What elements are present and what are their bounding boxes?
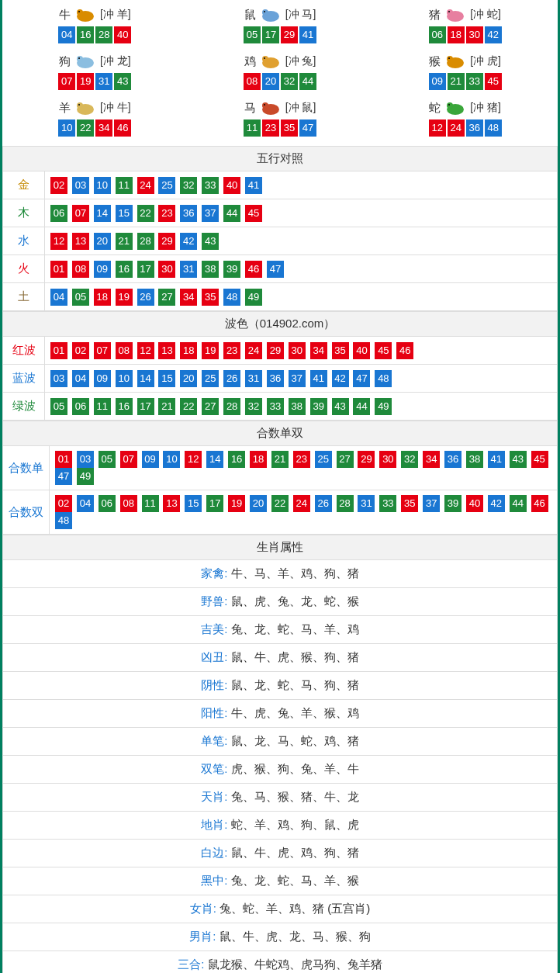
row-balls: 03 04 09 10 14 15 20 25 26 31 36 37 41 4… <box>45 365 558 393</box>
number-ball: 03 <box>77 451 94 468</box>
number-ball: 46 <box>114 119 131 137</box>
zodiac-name: 猴 <box>429 54 441 69</box>
number-ball: 48 <box>485 119 502 137</box>
table-row: 木06 07 14 15 22 23 36 37 44 45 <box>3 199 558 227</box>
number-ball: 05 <box>244 26 261 43</box>
svg-point-23 <box>264 104 265 106</box>
number-ball: 35 <box>202 289 219 306</box>
number-ball: 24 <box>137 177 154 194</box>
number-ball: 42 <box>488 495 505 512</box>
number-ball: 24 <box>448 119 465 137</box>
wuxing-header: 五行对照 <box>3 147 558 171</box>
number-ball: 29 <box>158 233 175 250</box>
number-ball: 46 <box>531 495 548 512</box>
attr-row: 白边: 鼠、牛、虎、鸡、狗、猪 <box>3 840 558 867</box>
number-ball: 36 <box>444 451 461 468</box>
number-ball: 20 <box>250 495 267 512</box>
number-ball: 31 <box>358 495 375 512</box>
zodiac-clash: [冲 兔] <box>285 54 316 68</box>
number-ball: 41 <box>488 451 505 468</box>
number-ball: 24 <box>293 495 310 512</box>
number-ball: 28 <box>95 26 112 43</box>
number-ball: 41 <box>299 26 316 43</box>
svg-point-1 <box>77 9 83 16</box>
row-balls: 01 02 07 08 12 13 18 19 23 24 29 30 34 3… <box>45 337 558 365</box>
number-ball: 06 <box>429 26 446 43</box>
number-ball: 22 <box>271 495 289 512</box>
number-ball: 39 <box>310 398 327 415</box>
number-ball: 13 <box>72 233 89 250</box>
attr-label: 家禽: <box>201 566 227 580</box>
number-ball: 25 <box>202 370 219 387</box>
number-ball: 29 <box>358 451 375 468</box>
number-ball: 19 <box>228 495 245 512</box>
number-ball: 09 <box>94 261 111 278</box>
attr-cell: 野兽: 鼠、虎、兔、龙、蛇、猴 <box>3 588 558 616</box>
heshu-header: 合数单双 <box>3 421 558 446</box>
svg-point-8 <box>448 11 450 12</box>
number-ball: 36 <box>466 119 483 137</box>
bose-header: 波色（014902.com） <box>3 312 558 337</box>
zodiac-name: 马 <box>244 101 256 116</box>
attrs-table: 生肖属性 家禽: 牛、马、羊、鸡、狗、猪野兽: 鼠、虎、兔、龙、蛇、猴吉美: 兔… <box>2 535 558 973</box>
attr-row: 野兽: 鼠、虎、兔、龙、蛇、猴 <box>3 588 558 616</box>
number-ball: 42 <box>180 233 197 250</box>
number-ball: 26 <box>137 289 154 306</box>
zodiac-head: 蛇[冲 猪] <box>429 99 501 116</box>
number-ball: 27 <box>158 289 175 306</box>
row-label: 火 <box>3 255 45 283</box>
number-ball: 32 <box>245 398 262 415</box>
number-ball: 34 <box>423 451 440 468</box>
svg-point-26 <box>448 104 450 106</box>
number-ball: 48 <box>55 512 72 529</box>
attr-value: 兔、龙、蛇、马、羊、鸡 <box>231 622 359 635</box>
number-ball: 08 <box>244 73 261 90</box>
svg-point-5 <box>264 11 265 12</box>
row-balls: 06 07 14 15 22 23 36 37 44 45 <box>45 199 558 227</box>
number-ball: 10 <box>163 451 180 468</box>
table-row: 水12 13 20 21 28 29 42 43 <box>3 227 558 255</box>
attr-row: 三合: 鼠龙猴、牛蛇鸡、虎马狗、兔羊猪 <box>3 951 558 974</box>
number-ball: 04 <box>50 289 67 306</box>
zodiac-cell: 蛇[冲 猪]12243648 <box>372 96 558 143</box>
number-ball: 10 <box>58 119 75 137</box>
number-ball: 07 <box>72 205 89 222</box>
number-ball: 18 <box>94 289 111 306</box>
zodiac-cell: 羊[冲 牛]10223446 <box>2 96 188 143</box>
number-ball: 39 <box>444 495 461 512</box>
number-ball: 33 <box>267 398 284 415</box>
wuxing-table: 五行对照 金02 03 10 11 24 25 32 33 40 41木06 0… <box>2 146 558 311</box>
number-ball: 23 <box>293 451 310 468</box>
attr-row: 凶丑: 鼠、牛、虎、猴、狗、猪 <box>3 644 558 672</box>
number-ball: 04 <box>77 495 94 512</box>
zodiac-head: 鼠[冲 马] <box>244 6 316 23</box>
zodiac-head: 牛[冲 羊] <box>59 6 131 23</box>
number-ball: 08 <box>72 261 89 278</box>
row-label: 合数单 <box>3 446 50 490</box>
table-row: 合数单01 03 05 07 09 10 12 14 16 18 21 23 2… <box>3 446 558 490</box>
attr-cell: 三合: 鼠龙猴、牛蛇鸡、虎马狗、兔羊猪 <box>3 951 558 974</box>
number-ball: 40 <box>353 342 370 359</box>
zodiac-head: 马[冲 鼠] <box>244 99 316 116</box>
svg-point-16 <box>447 56 453 62</box>
row-label: 水 <box>3 227 45 255</box>
number-ball: 36 <box>267 370 284 387</box>
attr-cell: 单笔: 鼠、龙、马、蛇、鸡、猪 <box>3 728 558 756</box>
table-row: 金02 03 10 11 24 25 32 33 40 41 <box>3 171 558 199</box>
number-ball: 31 <box>95 73 112 90</box>
number-ball: 15 <box>185 495 202 512</box>
number-ball: 35 <box>281 119 298 137</box>
attr-value: 鼠、牛、虎、龙、马、猴、狗 <box>220 930 371 943</box>
number-ball: 09 <box>142 451 159 468</box>
number-ball: 05 <box>50 398 67 415</box>
attr-label: 阳性: <box>201 706 227 719</box>
attr-value: 鼠、龙、马、蛇、鸡、猪 <box>231 734 359 747</box>
number-ball: 19 <box>116 289 133 306</box>
svg-point-11 <box>78 57 80 59</box>
number-ball: 41 <box>245 177 262 194</box>
number-ball: 30 <box>379 451 396 468</box>
number-ball: 10 <box>94 177 111 194</box>
number-ball: 02 <box>55 495 72 512</box>
svg-point-2 <box>78 11 80 12</box>
number-ball: 01 <box>55 451 72 468</box>
